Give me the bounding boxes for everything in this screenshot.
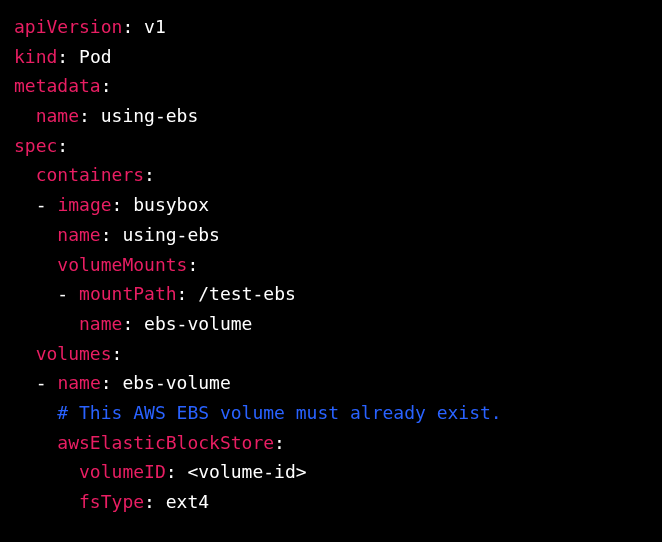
code-line: name: using-ebs: [14, 220, 648, 250]
code-line: name: ebs-volume: [14, 309, 648, 339]
code-line: apiVersion: v1: [14, 12, 648, 42]
code-line: awsElasticBlockStore:: [14, 428, 648, 458]
code-line: - mountPath: /test-ebs: [14, 279, 648, 309]
yaml-code-block: apiVersion: v1kind: Podmetadata: name: u…: [14, 12, 648, 517]
code-line: - name: ebs-volume: [14, 368, 648, 398]
code-line: kind: Pod: [14, 42, 648, 72]
code-line: volumes:: [14, 339, 648, 369]
code-line: containers:: [14, 160, 648, 190]
code-line: fsType: ext4: [14, 487, 648, 517]
code-line: name: using-ebs: [14, 101, 648, 131]
code-line: volumeMounts:: [14, 250, 648, 280]
code-line: metadata:: [14, 71, 648, 101]
code-line: volumeID: <volume-id>: [14, 457, 648, 487]
code-line: spec:: [14, 131, 648, 161]
code-line: # This AWS EBS volume must already exist…: [14, 398, 648, 428]
code-line: - image: busybox: [14, 190, 648, 220]
